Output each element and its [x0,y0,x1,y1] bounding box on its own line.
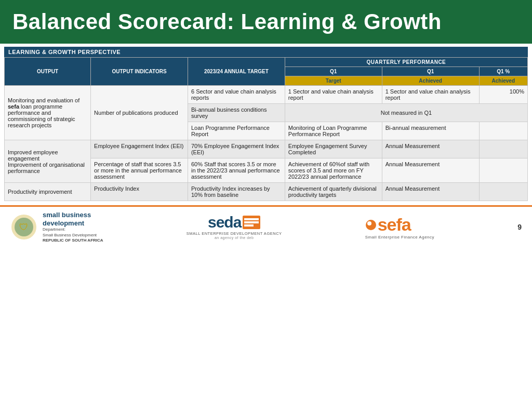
q1-achieved-2a: Annual Measurement [382,140,479,158]
q1-target-2b: Achievement of 60%of staff with scores o… [285,158,382,183]
q1-target-1c: Monitoring of Loan Programme Performance… [285,122,382,140]
seda-text: seda [208,214,241,231]
dept-text: Department:Small Business DevelopmentREP… [43,227,103,243]
annual-target-2a: 70% Employee Engagement Index (EEI) [188,140,285,158]
annual-target-3: Productivity Index increases by 10% from… [188,183,285,201]
svg-point-8 [367,221,371,225]
annual-target-header: 2023/24 ANNUAL TARGET [188,58,285,86]
svg-text:🛡: 🛡 [19,222,29,232]
svg-rect-5 [244,221,259,223]
indicator-cell-3: Productivity Index [91,183,188,201]
footer-left: 🛡 small businessdevelopment Department:S… [10,211,103,243]
sefa-name-row: sefa [365,215,434,235]
q1-pct-header: Q1 % [479,67,527,76]
annual-target-1c: Loan Programme Performance Report [188,122,285,140]
seda-name-row: seda [208,214,260,231]
q1-target-2a: Employee Engagement Survey Completed [285,140,382,158]
q1-achieved-2b: Annual Measurement [382,158,479,183]
indicator-header: OUTPUT INDICATORS [91,58,188,86]
q1-achieved-3: Annual Measurement [382,183,479,201]
q1-pct-1c [479,122,527,140]
q1-achieved-1c: Bi-annual measurement [382,122,479,140]
column-header-row: OUTPUT OUTPUT INDICATORS 2023/24 ANNUAL … [5,58,528,67]
q1-pct-3 [479,183,527,201]
achieved-subheader: Achieved [382,76,479,86]
output-cell-1: Monitoring and evaluation of sefa loan p… [5,86,91,140]
q1-target-header: Q1 [285,67,382,76]
indicator-cell-2a: Employee Engagement Index (EEI) [91,140,188,158]
svg-point-7 [366,220,376,230]
q1-pct-1a: 100% [479,86,527,104]
small-business-info: small businessdevelopment Department:Sma… [43,211,103,243]
seda-logo: seda SMALL ENTERPRISE DEVELOPMENT AGENCY… [187,214,282,240]
svg-rect-4 [244,218,259,220]
page-title: Balanced Scorecard: Learning & Growth [12,9,442,34]
not-measured-1b: Not measured in Q1 [285,104,527,122]
scorecard-table: OUTPUT OUTPUT INDICATORS 2023/24 ANNUAL … [4,57,528,201]
seda-agency-text: an agency of the deb [215,236,254,240]
annual-target-1a: 6 Sector and value chain analysis report… [188,86,285,104]
page-number: 9 [517,223,522,231]
seda-subtitle: SMALL ENTERPRISE DEVELOPMENT AGENCY [187,231,282,236]
q1-achieved-1a: 1 Sector and value chain analysis report [382,86,479,104]
indicator-cell-2b: Percentage of staff that scores 3.5 or m… [91,158,188,183]
table-row: Monitoring and evaluation of sefa loan p… [5,86,528,104]
table-row: Improved employee engagementImprovement … [5,140,528,158]
q1-achieved-header: Q1 [382,67,479,76]
target-subheader: Target [285,76,382,86]
q1-pct-2b [479,158,527,183]
sefa-logo: sefa Small Enterprise Finance Agency [365,215,434,240]
output-cell-3: Productivity improvement [5,183,91,201]
q1-target-3: Achievement of quarterly divisional prod… [285,183,382,201]
table-wrapper: LEARNING & GROWTH PERSPECTIVE OUTPUT OUT… [0,44,532,203]
output-header: OUTPUT [5,58,91,86]
section-header: LEARNING & GROWTH PERSPECTIVE [4,47,528,57]
indicator-cell-1: Number of publications produced [91,86,188,140]
q1-pct-2a [479,140,527,158]
q1-target-1a: 1 Sector and value chain analysis report [285,86,382,104]
sefa-brand-name: sefa [378,215,411,235]
svg-rect-6 [244,224,254,227]
table-row: Productivity improvement Productivity In… [5,183,528,201]
sefa-text-area: sefa Small Enterprise Finance Agency [365,215,434,240]
small-business-label: small businessdevelopment [43,211,103,227]
footer: 🛡 small businessdevelopment Department:S… [0,205,532,245]
sefa-subtitle: Small Enterprise Finance Agency [365,235,434,240]
coat-of-arms-icon: 🛡 [10,214,37,241]
quarterly-header: QUARTERLY PERFORMANCE [285,58,527,67]
output-cell-2: Improved employee engagementImprovement … [5,140,91,183]
page-header: Balanced Scorecard: Learning & Growth [0,0,532,44]
achieved2-subheader: Achieved [479,76,527,86]
annual-target-2b: 60% Staff that scores 3.5 or more in the… [188,158,285,183]
annual-target-1b: Bi-annual business conditions survey [188,104,285,122]
seda-icon [243,216,260,229]
sefa-dot-icon [365,219,377,231]
